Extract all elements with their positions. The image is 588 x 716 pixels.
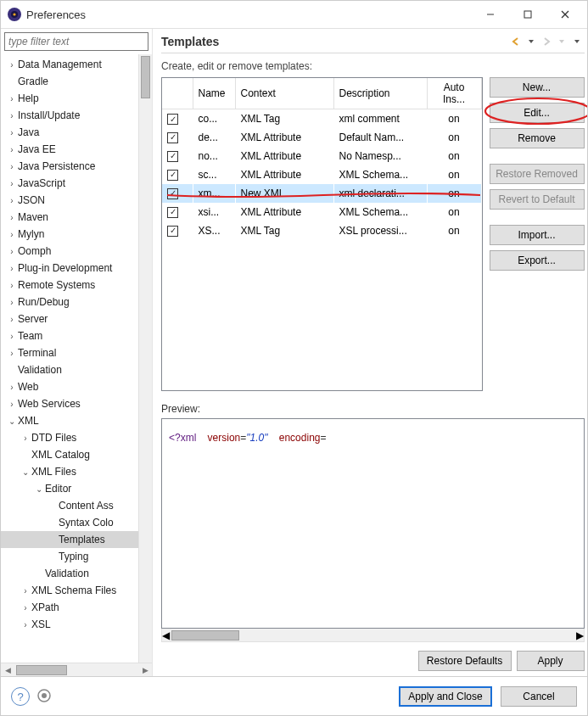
preview-area[interactable]: <?xml version="1.0" encoding= xyxy=(161,418,585,629)
chevron-right-icon[interactable]: › xyxy=(6,383,18,392)
templates-table[interactable]: Name Context Description Auto Ins... ✓co… xyxy=(161,77,483,391)
tree-item[interactable]: ›Web Services xyxy=(1,395,152,412)
col-name[interactable]: Name xyxy=(193,78,235,109)
forward-icon[interactable] xyxy=(539,34,554,49)
tree-item[interactable]: ›XML Schema Files xyxy=(1,582,152,599)
preference-tree[interactable]: ›Data ManagementGradle›Help›Install/Upda… xyxy=(1,54,152,635)
table-row[interactable]: ✓xsi...XML AttributeXML Schema...on xyxy=(162,203,481,221)
tree-item[interactable]: ›XPath xyxy=(1,599,152,616)
chevron-right-icon[interactable]: › xyxy=(6,145,18,154)
chevron-right-icon[interactable]: › xyxy=(20,603,31,613)
chevron-right-icon[interactable]: › xyxy=(6,230,18,239)
edit-button[interactable]: Edit... xyxy=(490,103,585,123)
chevron-right-icon[interactable]: › xyxy=(20,434,31,443)
tree-item[interactable]: ›Web xyxy=(1,378,152,395)
tree-item[interactable]: Content Ass xyxy=(1,497,152,514)
export-button[interactable]: Export... xyxy=(490,250,585,271)
tree-horizontal-scrollbar[interactable]: ◀▶ xyxy=(1,663,152,676)
tree-item[interactable]: ›Java Persistence xyxy=(1,158,152,175)
chevron-right-icon[interactable]: › xyxy=(6,213,18,222)
tree-item[interactable]: ⌄Editor xyxy=(1,480,152,497)
tree-item[interactable]: ›Help xyxy=(1,90,152,107)
revert-default-button[interactable]: Revert to Default xyxy=(490,189,585,210)
tree-item[interactable]: ›Plug-in Development xyxy=(1,260,152,277)
tree-item[interactable]: Syntax Colo xyxy=(1,514,152,531)
chevron-right-icon[interactable]: › xyxy=(6,298,18,307)
chevron-right-icon[interactable]: › xyxy=(6,94,18,103)
col-autoinsert[interactable]: Auto Ins... xyxy=(427,78,481,109)
remove-button[interactable]: Remove xyxy=(490,128,585,148)
chevron-right-icon[interactable]: › xyxy=(6,247,18,256)
chevron-right-icon[interactable]: › xyxy=(6,196,18,205)
tree-item[interactable]: ›XSL xyxy=(1,616,152,633)
tree-item[interactable]: ›Java xyxy=(1,124,152,141)
checkbox[interactable]: ✓ xyxy=(167,132,178,143)
apply-and-close-button[interactable]: Apply and Close xyxy=(399,686,492,707)
new-button[interactable]: New... xyxy=(490,77,585,98)
progress-icon[interactable] xyxy=(36,688,52,706)
tree-item[interactable]: ›DTD Files xyxy=(1,429,152,446)
close-button[interactable] xyxy=(546,3,584,26)
restore-defaults-button[interactable]: Restore Defaults xyxy=(418,651,512,671)
chevron-down-icon[interactable]: ⌄ xyxy=(33,484,45,494)
tree-item[interactable]: ›JavaScript xyxy=(1,175,152,192)
tree-item[interactable]: Gradle xyxy=(1,73,152,90)
chevron-right-icon[interactable]: › xyxy=(6,315,18,324)
checkbox[interactable]: ✓ xyxy=(167,114,178,125)
table-row[interactable]: ✓co...XML Tagxml commenton xyxy=(162,109,481,128)
maximize-button[interactable] xyxy=(509,3,546,26)
tree-item[interactable]: ⌄XML xyxy=(1,412,152,429)
table-row[interactable]: ✓de...XML AttributeDefault Nam...on xyxy=(162,128,481,147)
chevron-down-icon[interactable]: ⌄ xyxy=(6,417,18,426)
apply-button[interactable]: Apply xyxy=(517,651,585,671)
checkbox[interactable]: ✓ xyxy=(167,226,178,237)
tree-item[interactable]: ›Remote Systems xyxy=(1,277,152,294)
col-description[interactable]: Description xyxy=(333,78,427,109)
cancel-button[interactable]: Cancel xyxy=(501,686,577,707)
back-menu-icon[interactable] xyxy=(524,34,539,49)
tree-item[interactable]: Validation xyxy=(1,565,152,582)
tree-item[interactable]: ›Terminal xyxy=(1,344,152,361)
tree-item[interactable]: ›Team xyxy=(1,327,152,344)
checkbox[interactable]: ✓ xyxy=(167,188,178,199)
table-row[interactable]: ✓sc...XML AttributeXML Schema...on xyxy=(162,165,481,184)
import-button[interactable]: Import... xyxy=(490,225,585,245)
tree-item[interactable]: ⌄XML Files xyxy=(1,463,152,480)
tree-item[interactable]: XML Catalog xyxy=(1,446,152,463)
tree-item[interactable]: Typing xyxy=(1,548,152,565)
chevron-right-icon[interactable]: › xyxy=(6,264,18,273)
tree-item[interactable]: ›Mylyn xyxy=(1,226,152,243)
tree-item[interactable]: ›Run/Debug xyxy=(1,294,152,310)
table-row[interactable]: ✓xm...New XMLxml declarati...on xyxy=(162,184,481,203)
view-menu-icon[interactable] xyxy=(569,34,585,49)
chevron-right-icon[interactable]: › xyxy=(20,586,31,596)
chevron-right-icon[interactable]: › xyxy=(6,349,18,358)
chevron-right-icon[interactable]: › xyxy=(6,60,18,70)
tree-item[interactable]: ›Data Management xyxy=(1,56,152,73)
chevron-right-icon[interactable]: › xyxy=(20,620,31,629)
help-icon[interactable]: ? xyxy=(11,687,30,706)
checkbox[interactable]: ✓ xyxy=(167,170,178,181)
table-row[interactable]: ✓XS...XML TagXSL processi...on xyxy=(162,221,481,240)
table-row[interactable]: ✓no...XML AttributeNo Namesp...on xyxy=(162,147,481,165)
chevron-right-icon[interactable]: › xyxy=(6,162,18,171)
chevron-right-icon[interactable]: › xyxy=(6,332,18,341)
tree-vertical-scrollbar[interactable] xyxy=(138,54,152,663)
tree-item[interactable]: ›Maven xyxy=(1,209,152,226)
restore-removed-button[interactable]: Restore Removed xyxy=(490,164,585,184)
col-context[interactable]: Context xyxy=(235,78,333,109)
tree-item[interactable]: ›Install/Update xyxy=(1,107,152,124)
filter-input[interactable] xyxy=(4,32,148,51)
chevron-right-icon[interactable]: › xyxy=(6,111,18,120)
chevron-right-icon[interactable]: › xyxy=(6,400,18,409)
tree-item[interactable]: ›Oomph xyxy=(1,243,152,260)
chevron-right-icon[interactable]: › xyxy=(6,179,18,188)
checkbox[interactable]: ✓ xyxy=(167,151,178,162)
minimize-button[interactable] xyxy=(472,3,509,26)
tree-item[interactable]: ›Server xyxy=(1,310,152,327)
preview-horizontal-scrollbar[interactable]: ◀▶ xyxy=(161,629,585,642)
chevron-right-icon[interactable]: › xyxy=(6,128,18,137)
tree-item[interactable]: ›JSON xyxy=(1,192,152,209)
tree-item[interactable]: Validation xyxy=(1,361,152,378)
tree-item[interactable]: Templates xyxy=(1,531,152,548)
